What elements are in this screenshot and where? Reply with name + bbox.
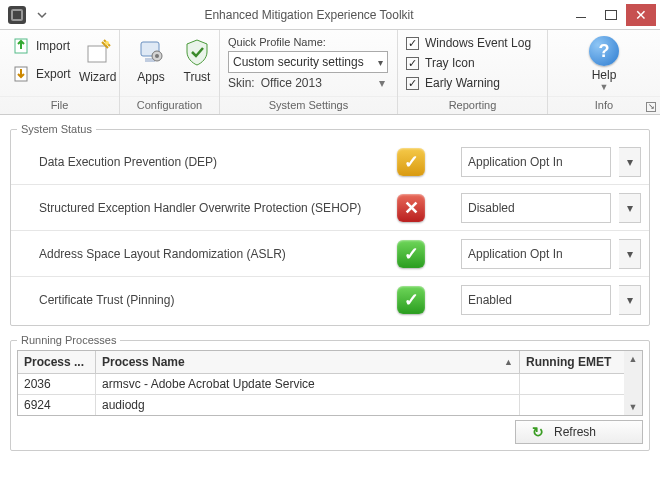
cell-pid: 2036 — [18, 374, 96, 394]
refresh-button[interactable]: ↻ Refresh — [515, 420, 643, 444]
help-button[interactable]: ? Help ▼ — [579, 34, 629, 94]
apps-label: Apps — [137, 70, 164, 84]
trust-button[interactable]: Trust — [174, 34, 220, 86]
windows-event-log-label: Windows Event Log — [425, 36, 531, 50]
export-label: Export — [36, 67, 71, 81]
svg-rect-2 — [88, 46, 106, 62]
import-icon — [12, 36, 32, 56]
wizard-button[interactable]: Wizard — [75, 34, 121, 86]
import-label: Import — [36, 39, 70, 53]
status-row: Certificate Trust (Pinning)Enabled▾ — [11, 277, 649, 323]
status-row: Structured Exception Handler Overwrite P… — [11, 185, 649, 231]
refresh-label: Refresh — [554, 425, 596, 439]
info-group-label: Info — [595, 99, 613, 111]
config-group-label: Configuration — [120, 96, 219, 114]
apps-icon — [135, 36, 167, 68]
status-name: Data Execution Prevention (DEP) — [39, 155, 389, 169]
refresh-icon: ↻ — [532, 424, 544, 440]
status-name: Structured Exception Handler Overwrite P… — [39, 201, 389, 215]
help-icon: ? — [589, 36, 619, 66]
cell-emet — [520, 374, 624, 394]
column-header-name[interactable]: Process Name▲ — [96, 351, 520, 373]
status-value-select[interactable]: Disabled — [461, 193, 611, 223]
status-dropdown-button[interactable]: ▾ — [619, 193, 641, 223]
cell-name: armsvc - Adobe Acrobat Update Service — [96, 374, 520, 394]
status-dropdown-button[interactable]: ▾ — [619, 147, 641, 177]
checkbox-icon — [406, 37, 419, 50]
status-warn-icon — [397, 148, 425, 176]
status-row: Data Execution Prevention (DEP)Applicati… — [11, 139, 649, 185]
wizard-icon — [82, 36, 114, 68]
status-value-select[interactable]: Enabled — [461, 285, 611, 315]
apps-button[interactable]: Apps — [128, 34, 174, 86]
trust-label: Trust — [184, 70, 211, 84]
running-processes-legend: Running Processes — [17, 334, 120, 346]
status-dropdown-button[interactable]: ▾ — [619, 285, 641, 315]
status-value-select[interactable]: Application Opt In — [461, 147, 611, 177]
checkbox-icon — [406, 57, 419, 70]
tray-icon-checkbox[interactable]: Tray Icon — [406, 56, 531, 70]
running-processes-panel: Running Processes Process ... Process Na… — [10, 334, 650, 451]
system-status-panel: System Status Data Execution Prevention … — [10, 123, 650, 326]
system-status-legend: System Status — [17, 123, 96, 135]
cell-pid: 6924 — [18, 395, 96, 415]
table-row[interactable]: 2036armsvc - Adobe Acrobat Update Servic… — [18, 374, 624, 395]
status-ok-icon — [397, 286, 425, 314]
windows-event-log-checkbox[interactable]: Windows Event Log — [406, 36, 531, 50]
status-err-icon — [397, 194, 425, 222]
info-launcher-button[interactable]: ↘ — [646, 102, 656, 112]
status-row: Address Space Layout Randomization (ASLR… — [11, 231, 649, 277]
maximize-button[interactable] — [596, 4, 626, 26]
chevron-down-icon: ▼ — [600, 82, 609, 92]
early-warning-label: Early Warning — [425, 76, 500, 90]
wizard-label: Wizard — [79, 70, 116, 84]
column-header-emet[interactable]: Running EMET — [520, 351, 624, 373]
status-name: Address Space Layout Randomization (ASLR… — [39, 247, 389, 261]
window-title: Enhanced Mitigation Experience Toolkit — [52, 8, 566, 22]
early-warning-checkbox[interactable]: Early Warning — [406, 76, 531, 90]
settings-group-label: System Settings — [220, 96, 397, 114]
help-label: Help — [592, 68, 617, 82]
import-button[interactable]: Import — [8, 34, 75, 58]
cell-emet — [520, 395, 624, 415]
table-row[interactable]: 6924audiodg — [18, 395, 624, 415]
qat-customize-button[interactable] — [32, 5, 52, 25]
column-header-pid[interactable]: Process ... — [18, 351, 96, 373]
minimize-button[interactable] — [566, 4, 596, 26]
scroll-down-icon[interactable]: ▼ — [624, 399, 642, 415]
scroll-up-icon[interactable]: ▲ — [624, 351, 642, 367]
skin-value: Office 2013 — [261, 76, 322, 90]
trust-icon — [181, 36, 213, 68]
quick-profile-value: Custom security settings — [233, 55, 364, 69]
tray-icon-label: Tray Icon — [425, 56, 475, 70]
status-name: Certificate Trust (Pinning) — [39, 293, 389, 307]
quick-profile-select[interactable]: Custom security settings ▾ — [228, 51, 388, 73]
sort-asc-icon: ▲ — [504, 357, 513, 367]
status-dropdown-button[interactable]: ▾ — [619, 239, 641, 269]
close-button[interactable] — [626, 4, 656, 26]
process-scrollbar[interactable]: ▲ ▼ — [624, 351, 642, 415]
status-value-select[interactable]: Application Opt In — [461, 239, 611, 269]
skin-dropdown-button[interactable]: ▾ — [376, 77, 388, 89]
checkbox-icon — [406, 77, 419, 90]
process-table: Process ... Process Name▲ Running EMET 2… — [17, 350, 643, 416]
chevron-down-icon: ▾ — [378, 57, 383, 68]
cell-name: audiodg — [96, 395, 520, 415]
reporting-group-label: Reporting — [398, 96, 547, 114]
status-ok-icon — [397, 240, 425, 268]
skin-label: Skin: — [228, 76, 255, 90]
file-group-label: File — [0, 96, 119, 114]
export-icon — [12, 64, 32, 84]
quick-profile-label: Quick Profile Name: — [228, 36, 388, 48]
app-icon — [8, 6, 26, 24]
title-bar: Enhanced Mitigation Experience Toolkit — [0, 0, 660, 30]
export-button[interactable]: Export — [8, 62, 75, 86]
svg-point-3 — [105, 41, 109, 45]
svg-point-7 — [155, 54, 159, 58]
ribbon: Import Export Wizard File — [0, 30, 660, 115]
